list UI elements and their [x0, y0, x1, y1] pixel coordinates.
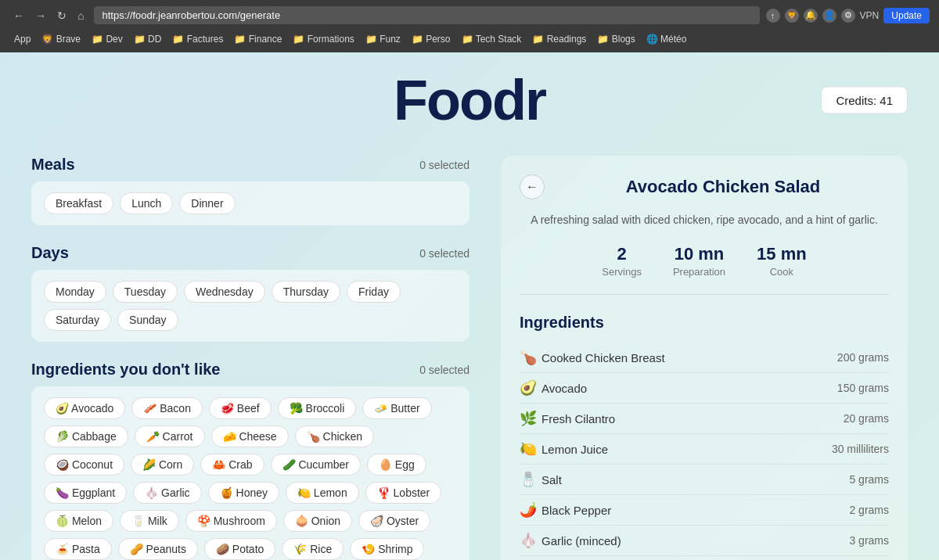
reload-button[interactable]: ↻ [53, 8, 70, 23]
bookmark-finance[interactable]: 📁 Finance [229, 32, 286, 46]
ingredient-row: 🥑 Avocado 150 grams [520, 373, 889, 404]
app-container: Foodr Credits: 41 Meals 0 selected Break… [0, 52, 939, 560]
back-button[interactable]: ← [9, 8, 28, 23]
tag-avocado[interactable]: 🥑 Avocado [44, 397, 125, 419]
bookmark-factures[interactable]: 📁 Factures [167, 32, 228, 46]
tag-crab[interactable]: 🦀 Crab [200, 454, 264, 476]
stat-servings: 2 Servings [602, 244, 642, 278]
tag-egg[interactable]: 🥚 Egg [367, 454, 426, 476]
bookmark-blogs[interactable]: 📁 Blogs [592, 32, 639, 46]
tag-tuesday[interactable]: Tuesday [113, 281, 178, 303]
tag-honey[interactable]: 🍯 Honey [208, 482, 279, 504]
bookmark-techstack[interactable]: 📁 Tech Stack [457, 32, 527, 46]
tag-friday[interactable]: Friday [347, 281, 401, 303]
ingredient-amount: 200 grams [837, 351, 889, 364]
bookmark-readings[interactable]: 📁 Readings [527, 32, 591, 46]
tag-lobster[interactable]: 🦞 Lobster [365, 482, 442, 504]
share-icon[interactable]: ↑ [766, 9, 780, 23]
ingredient-amount: 3 grams [849, 534, 889, 547]
settings-icon[interactable]: ⚙ [841, 9, 855, 23]
ingredient-name: Fresh Cilantro [541, 412, 844, 425]
bookmark-funz[interactable]: 📁 Funz [361, 32, 405, 46]
browser-toolbar: ← → ↻ ⌂ ↑ 🦁 🔔 👤 ⚙ VPN Update [9, 6, 930, 24]
ingredients-dislike-header: Ingredients you don't like 0 selected [31, 361, 470, 379]
tag-cabbage[interactable]: 🥬 Cabbage [44, 425, 128, 447]
tag-cheese[interactable]: 🧀 Cheese [211, 425, 289, 447]
tag-chicken[interactable]: 🍗 Chicken [295, 425, 374, 447]
tag-breakfast[interactable]: Breakfast [44, 192, 113, 214]
ingredient-name: Avocado [541, 382, 837, 395]
tag-dinner[interactable]: Dinner [179, 192, 235, 214]
tag-rice[interactable]: 🌾 Rice [282, 538, 344, 560]
ingredients-dislike-title: Ingredients you don't like [31, 361, 220, 379]
tag-broccoli[interactable]: 🥦 Broccoli [278, 397, 357, 419]
recipe-stats: 2 Servings 10 mn Preparation 15 mn Cook [520, 244, 889, 295]
tag-wednesday[interactable]: Wednesday [184, 281, 265, 303]
prep-label: Preparation [673, 266, 725, 278]
tag-monday[interactable]: Monday [44, 281, 106, 303]
credits-label: Credits: [836, 94, 876, 107]
bookmark-dev[interactable]: 📁 Dev [87, 32, 128, 46]
ingredient-amount: 5 grams [849, 473, 889, 486]
bookmark-meteo[interactable]: 🌐 Météo [642, 32, 692, 46]
main-content: Meals 0 selected Breakfast Lunch Dinner … [31, 156, 908, 560]
forward-button[interactable]: → [31, 8, 50, 23]
tag-carrot[interactable]: 🥕 Carrot [135, 425, 205, 447]
browser-actions: ↑ 🦁 🔔 👤 ⚙ VPN Update [766, 8, 930, 23]
tag-lemon[interactable]: 🍋 Lemon [286, 482, 359, 504]
extension-icon[interactable]: 🦁 [785, 9, 799, 23]
tag-potato[interactable]: 🥔 Potato [204, 538, 275, 560]
tag-peanuts[interactable]: 🥜 Peanuts [118, 538, 198, 560]
tag-coconut[interactable]: 🥥 Coconut [44, 454, 124, 476]
ingredient-icon: 🍋 [520, 440, 541, 458]
update-button[interactable]: Update [883, 8, 930, 23]
tag-sunday[interactable]: Sunday [117, 309, 178, 331]
tag-onion[interactable]: 🧅 Onion [283, 510, 352, 532]
credits-badge: Credits: 41 [821, 87, 908, 114]
tag-bacon[interactable]: 🥓 Bacon [131, 397, 203, 419]
ingredient-name: Garlic (minced) [541, 534, 849, 547]
ingredient-icon: 🌶️ [520, 501, 541, 519]
ingredient-amount: 30 milliliters [832, 443, 889, 455]
bookmark-brave[interactable]: 🦁 Brave [37, 32, 85, 46]
bookmark-perso[interactable]: 📁 Perso [407, 32, 455, 46]
tag-oyster[interactable]: 🦪 Oyster [358, 510, 430, 532]
tag-saturday[interactable]: Saturday [44, 309, 111, 331]
tag-lunch[interactable]: Lunch [120, 192, 173, 214]
recipe-description: A refreshing salad with diced chicken, r… [520, 212, 889, 228]
tag-cucumber[interactable]: 🥒 Cucumber [271, 454, 361, 476]
meals-count: 0 selected [419, 159, 470, 171]
recipe-nav: ← Avocado Chicken Salad [520, 174, 889, 199]
ingredient-name: Black Pepper [541, 504, 849, 517]
vpn-label: VPN [860, 10, 880, 21]
tag-thursday[interactable]: Thursday [272, 281, 340, 303]
tag-melon[interactable]: 🍈 Melon [44, 510, 113, 532]
tag-garlic[interactable]: 🧄 Garlic [133, 482, 201, 504]
bookmark-dd[interactable]: 📁 DD [129, 32, 167, 46]
servings-label: Servings [602, 266, 642, 278]
tag-beef[interactable]: 🥩 Beef [209, 397, 272, 419]
address-bar[interactable] [94, 6, 759, 24]
ingredient-amount: 150 grams [837, 382, 889, 394]
ingredients-dislike-count: 0 selected [419, 364, 470, 376]
ingredient-row: 🧄 Garlic (minced) 3 grams [520, 526, 889, 556]
bookmark-app[interactable]: App [9, 32, 35, 46]
tag-mushroom[interactable]: 🍄 Mushroom [185, 510, 277, 532]
ingredient-row: 🌿 Fresh Cilantro 20 grams [520, 404, 889, 434]
meals-section: Meals 0 selected Breakfast Lunch Dinner [31, 156, 470, 225]
notification-icon[interactable]: 🔔 [804, 9, 818, 23]
recipe-prev-button[interactable]: ← [520, 174, 545, 199]
ingredient-icon: 🌿 [520, 410, 541, 427]
tag-eggplant[interactable]: 🍆 Eggplant [44, 482, 127, 504]
tag-shrimp[interactable]: 🍤 Shrimp [350, 538, 424, 560]
bookmarks-bar: App 🦁 Brave 📁 Dev 📁 DD 📁 Factures 📁 Fina… [9, 29, 930, 48]
ingredient-name: Cooked Chicken Breast [541, 351, 837, 364]
tag-pasta[interactable]: 🍝 Pasta [44, 538, 112, 560]
bookmark-formations[interactable]: 📁 Formations [288, 32, 358, 46]
tag-corn[interactable]: 🌽 Corn [131, 454, 194, 476]
profile-icon[interactable]: 👤 [822, 9, 836, 23]
ingredient-icon: 🍗 [520, 349, 541, 366]
home-button[interactable]: ⌂ [74, 8, 88, 23]
tag-milk[interactable]: 🥛 Milk [120, 510, 179, 532]
tag-butter[interactable]: 🧈 Butter [362, 397, 431, 419]
